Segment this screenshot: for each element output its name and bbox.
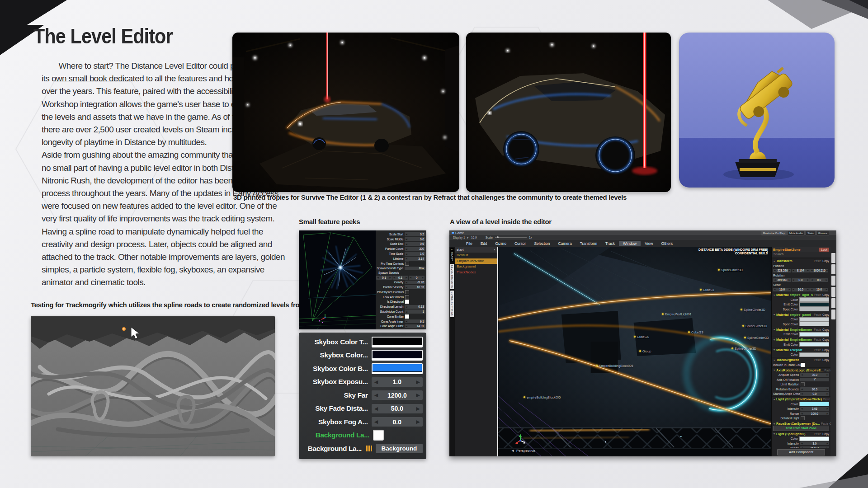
stepper-right-icon[interactable]: ▶ (414, 406, 423, 412)
particle-select[interactable]: Box (405, 267, 425, 271)
particle-stepper[interactable]: ◀9.1 (405, 319, 425, 324)
paste-button[interactable]: Paste (814, 432, 821, 436)
particle-checkbox[interactable] (405, 314, 409, 319)
stepper-left-icon[interactable]: ◀ (405, 238, 408, 240)
particle-checkbox[interactable] (405, 300, 409, 304)
paste-button[interactable]: Paste (814, 313, 821, 316)
color-swatch[interactable] (799, 342, 829, 347)
stepper-right-icon[interactable]: ▶ (826, 393, 829, 395)
stepper-right-icon[interactable]: ▶ (826, 442, 829, 445)
vector-stepper[interactable]: ◀16.0▶ (810, 288, 828, 291)
aspect-ratio-select[interactable]: 16:9 (471, 236, 477, 239)
skybox-stepper[interactable]: ◀50.0▶ (372, 404, 423, 413)
stepper-right-icon[interactable]: ▶ (421, 276, 425, 279)
menu-selection[interactable]: Selection (530, 241, 554, 246)
menu-others[interactable]: Others (657, 241, 677, 246)
stepper-left-icon[interactable]: ◀ (792, 269, 795, 272)
collapse-arrow-icon[interactable]: ▼ (773, 359, 775, 361)
stepper-left-icon[interactable]: ◀ (792, 288, 795, 291)
hierarchy-item-tracknodes[interactable]: TrackNodes (455, 270, 497, 276)
stepper-left-icon[interactable]: ◀ (372, 379, 381, 385)
viewport-object-label[interactable]: CubeGS (634, 335, 649, 338)
stepper-left-icon[interactable]: ◀ (405, 286, 408, 289)
layer-bars-icon[interactable] (365, 445, 373, 452)
inspector-section-header[interactable]: ▼MaterialEmpireBanner 2PasteCopy (772, 337, 830, 342)
stepper-left-icon[interactable]: ◀ (800, 447, 803, 448)
stepper-left-icon[interactable]: ◀ (810, 269, 813, 272)
spawn-bounds-stepper[interactable]: ◀0.1▶ (376, 276, 392, 280)
vector-stepper[interactable]: ◀16.0▶ (773, 288, 791, 291)
inspector-checkbox[interactable] (801, 363, 805, 367)
stepper-left-icon[interactable]: ◀ (405, 305, 408, 308)
test-from-start-zone-button[interactable]: Test From Start Zone (773, 426, 829, 431)
particle-stepper[interactable]: ◀14.91 (405, 324, 425, 328)
stepper-left-icon[interactable]: ◀ (405, 248, 408, 250)
inspector-section-header[interactable]: ▼Light (EmpireEndZoneCircle)PasteCopy (772, 397, 830, 402)
inspector-section-header[interactable]: ▼AxisRotationLogic (EmpireE...PasteCopy (772, 368, 830, 373)
stepper-left-icon[interactable]: ◀ (810, 288, 813, 291)
copy-button[interactable]: Copy (822, 259, 829, 263)
collapse-arrow-icon[interactable]: ▼ (773, 313, 775, 316)
viewport-object-label[interactable]: Group (639, 350, 651, 353)
particle-stepper[interactable]: ◀0.2 (405, 232, 425, 236)
side-tab-level-objects[interactable]: LEVEL OBJECTS (450, 264, 454, 289)
stepper-right-icon[interactable]: ▶ (414, 379, 423, 385)
stepper-left-icon[interactable]: ◀ (372, 392, 381, 398)
menu-gizmo[interactable]: Gizmo (491, 241, 510, 246)
stepper-right-icon[interactable]: ▶ (388, 276, 392, 279)
menu-window[interactable]: Window (619, 241, 641, 246)
hierarchy-item-empirestartzone[interactable]: EmpireStartZone (455, 258, 497, 264)
copy-button[interactable]: Copy (822, 328, 829, 331)
color-swatch[interactable] (799, 402, 829, 406)
hierarchy-item-background[interactable]: Background (455, 264, 497, 270)
lock-button[interactable]: Lock (819, 248, 829, 252)
vector-stepper[interactable]: ◀-228.526▶ (773, 269, 791, 272)
collapse-arrow-icon[interactable]: ▼ (773, 422, 775, 425)
color-swatch[interactable] (372, 363, 423, 374)
stepper-right-icon[interactable]: ▶ (807, 279, 810, 281)
stepper-right-icon[interactable]: ▶ (826, 413, 829, 415)
paste-button[interactable]: Paste (823, 398, 830, 401)
stepper-left-icon[interactable]: ◀ (800, 388, 803, 390)
copy-button[interactable]: Copy (822, 358, 829, 361)
menu-file[interactable]: File (462, 241, 476, 246)
color-swatch[interactable] (799, 317, 829, 322)
collapse-arrow-icon[interactable]: ▼ (773, 432, 775, 435)
inspector-section-header[interactable]: ▼MaterialEmpireBannerPasteCopy (772, 327, 830, 332)
skybox-checkbox[interactable] (373, 430, 384, 441)
color-swatch[interactable] (799, 297, 829, 302)
editor-viewport[interactable]: SplineGirder3DCube03SplineGirder3DEmpire… (498, 247, 771, 456)
paste-button[interactable]: Paste (814, 328, 821, 331)
collapse-arrow-icon[interactable]: ▼ (773, 398, 775, 401)
inspector-stepper[interactable]: ◀100.0▶ (800, 412, 829, 415)
inspector-stepper[interactable]: ◀3.06▶ (800, 407, 829, 411)
stepper-left-icon[interactable]: ◀ (810, 279, 813, 281)
viewport-object-label[interactable]: EmpireBuildingBlock005 (596, 364, 633, 367)
vector-stepper[interactable]: ◀8.104▶ (792, 269, 810, 272)
particle-stepper[interactable]: ◀-5.26 (405, 281, 425, 285)
color-swatch[interactable] (799, 302, 829, 307)
viewport-object-label[interactable]: CubeGS (688, 331, 703, 334)
spawn-bounds-stepper[interactable]: ◀0▶ (409, 276, 425, 280)
stepper-left-icon[interactable]: ◀ (800, 442, 803, 445)
paste-button[interactable]: Paste (821, 422, 828, 425)
stepper-right-icon[interactable]: ▶ (826, 374, 829, 376)
collapse-arrow-icon[interactable]: ▼ (773, 369, 775, 371)
inspector-section-header[interactable]: ▼TrackSegmentPasteCopy (772, 357, 830, 362)
scale-slider[interactable] (495, 237, 527, 238)
stepper-left-icon[interactable]: ◀ (800, 393, 803, 395)
perspective-control[interactable]: ◄ Perspective (511, 449, 535, 453)
color-swatch[interactable] (799, 322, 829, 326)
copy-button[interactable]: Copy (822, 338, 829, 341)
inspector-stepper[interactable]: ◀46.637▶ (800, 446, 829, 448)
viewport-object-label[interactable]: SplineGirder3D (742, 324, 767, 328)
paste-button[interactable]: Paste (814, 338, 821, 341)
paste-button[interactable]: Paste (825, 369, 830, 372)
paste-button[interactable]: Paste (814, 358, 821, 361)
stepper-left-icon[interactable]: ◀ (405, 233, 408, 235)
viewport-object-label[interactable]: Cube03 (700, 288, 714, 291)
stepper-right-icon[interactable]: ▶ (807, 288, 810, 291)
inspector-section-header[interactable]: ▼Materialempire_light_stripPasteCopy (772, 292, 830, 297)
toolbar-button-gizmos[interactable]: Gizmos (816, 231, 829, 235)
viewport-object-label[interactable]: empireBuildingBlock005 (524, 396, 561, 399)
